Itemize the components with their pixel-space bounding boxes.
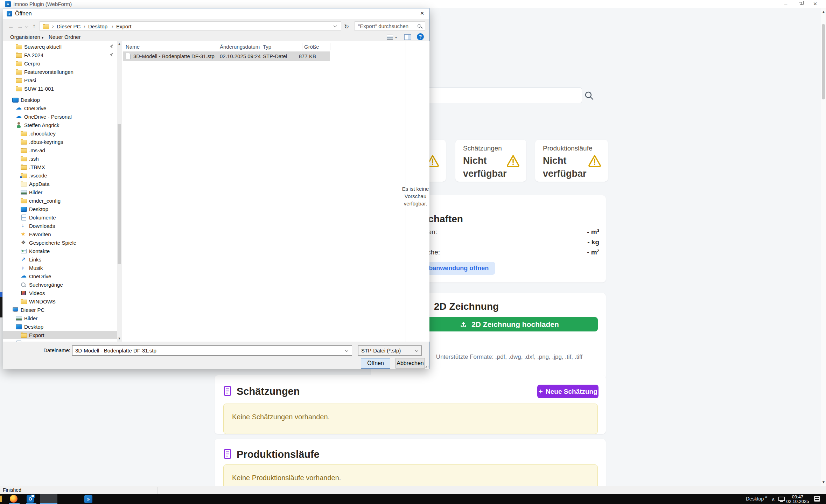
close-button[interactable]: ×	[809, 0, 821, 8]
tree-item-appdata[interactable]: AppData	[3, 180, 117, 188]
breadcrumb-chevron: ›	[108, 23, 117, 29]
breadcrumb-item[interactable]: Desktop	[88, 23, 107, 29]
back-icon[interactable]: ←	[8, 23, 14, 30]
tree-item-musik[interactable]: Musik	[3, 264, 117, 272]
tree-item-tbmx[interactable]: .TBMX	[3, 163, 117, 171]
tree-item-videos[interactable]: Videos	[3, 289, 117, 297]
tree-item-onedrive[interactable]: OneDrive	[3, 104, 117, 112]
address-dropdown-chevron-icon[interactable]	[334, 24, 337, 28]
tree-item-vscode[interactable]: .vscode	[3, 171, 117, 180]
tree-item-label: WINDOWS	[29, 299, 56, 304]
page-scrollbar-thumb[interactable]	[822, 24, 825, 99]
tree-item-downloads[interactable]: Downloads	[3, 222, 117, 230]
tree-item-label: Favoriten	[29, 231, 51, 237]
upload-2d-drawing-button[interactable]: 2D Zeichnung hochladen	[421, 317, 598, 331]
tree-item-bilder[interactable]: Bilder	[3, 314, 117, 322]
column-header-größe[interactable]: Größe	[304, 44, 319, 50]
breadcrumb-item[interactable]: Export	[116, 23, 131, 29]
filetype-dropdown-chevron-icon	[415, 349, 419, 352]
scroll-up-arrow[interactable]: ▲	[821, 10, 826, 14]
tree-item-suchvorgänge[interactable]: Suchvorgänge	[3, 280, 117, 289]
imnoo-taskbar-icon: »	[84, 495, 92, 503]
breadcrumb-item[interactable]: Dieser PC	[57, 23, 80, 29]
tree-item-fa-2024[interactable]: FA 2024	[3, 51, 117, 59]
search-field[interactable]: "Export" durchsuchen	[355, 21, 425, 31]
restore-button[interactable]	[794, 0, 806, 8]
filename-input[interactable]: 3D-Modell - Bodenplatte DF-31.stp	[72, 345, 352, 356]
tree-item-desktop[interactable]: Desktop	[3, 322, 117, 331]
organize-menu[interactable]: Organisieren ▾	[10, 34, 43, 40]
column-separator[interactable]	[330, 43, 330, 50]
dialog-close-button[interactable]: ×	[415, 8, 429, 19]
cancel-button[interactable]: Abbrechen	[396, 358, 425, 369]
desktop-toolbar[interactable]: Desktop	[746, 496, 764, 502]
tree-item-export[interactable]: Export	[3, 331, 117, 339]
file-row-3d-modell-bodenplatte-df-31-stp[interactable]: 3D-Modell - Bodenplatte DF-31.stp02.10.2…	[123, 51, 330, 61]
up-icon[interactable]: ↑	[33, 23, 36, 30]
tree-item-gespeicherte-spiele[interactable]: Gespeicherte Spiele	[3, 238, 117, 247]
help-icon[interactable]: ?	[417, 33, 424, 40]
game-icon	[21, 240, 27, 245]
tree-item-steffen-angrick[interactable]: Steffen Angrick	[3, 121, 117, 129]
clock[interactable]: 09:47 02.10.2025	[786, 495, 809, 504]
column-header-änderungsdatum[interactable]: Änderungsdatum	[220, 44, 260, 50]
tree-item-cmder-config[interactable]: cmder_config	[3, 196, 117, 205]
column-header-typ[interactable]: Typ	[263, 44, 271, 50]
column-separator[interactable]	[261, 43, 261, 50]
filetype-select[interactable]: STP-Datei (*.stp)	[358, 345, 422, 356]
outlook-icon[interactable]: O	[27, 495, 34, 503]
toolbar-overflow-icon[interactable]: »	[765, 494, 768, 499]
network-icon[interactable]	[778, 497, 785, 501]
view-dropdown-icon[interactable]: ▾	[395, 35, 397, 39]
tree-item-featurevorstellungen[interactable]: Featurevorstellungen	[3, 68, 117, 76]
tree-item-windows[interactable]: WINDOWS	[3, 297, 117, 306]
new-folder-button[interactable]: Neuer Ordner	[49, 34, 81, 40]
folder-icon	[16, 61, 22, 66]
tree-item-suwareq-aktuell[interactable]: Suwareq aktuell	[3, 42, 117, 51]
tree-item-desktop[interactable]: Desktop	[3, 96, 117, 104]
tree-scrollbar-thumb[interactable]	[118, 124, 121, 264]
partial-app-icon[interactable]	[0, 496, 2, 502]
tree-item-ms-ad[interactable]: .ms-ad	[3, 146, 117, 154]
firefox-icon[interactable]	[10, 495, 18, 503]
column-separator[interactable]	[218, 43, 218, 50]
tree-item-favoriten[interactable]: Favoriten	[3, 230, 117, 238]
refresh-icon[interactable]: ↻	[344, 23, 349, 30]
folder-icon	[21, 299, 27, 304]
tree-item-desktop[interactable]: Desktop	[3, 205, 117, 213]
folder-icon	[16, 86, 22, 91]
tree-item-cerpro[interactable]: Cerpro	[3, 59, 117, 68]
tree-item-dokumente[interactable]: Dokumente	[3, 339, 117, 342]
notification-center-icon[interactable]	[814, 496, 820, 502]
forward-icon[interactable]: →	[17, 23, 23, 30]
scroll-down-arrow[interactable]: ▼	[821, 480, 826, 484]
tree-item-dieser-pc[interactable]: Dieser PC	[3, 306, 117, 314]
resize-grip[interactable]	[425, 364, 429, 369]
preview-pane-icon[interactable]	[404, 34, 411, 40]
tree-item-onedrive-personal[interactable]: OneDrive - Personal	[3, 112, 117, 121]
address-bar[interactable]: › Dieser PC › Desktop › Export	[40, 21, 341, 31]
filename-dropdown-chevron-icon[interactable]	[345, 349, 349, 352]
tree-item-ssh[interactable]: .ssh	[3, 154, 117, 163]
tree-scroll-up-icon[interactable]: ▲	[117, 42, 121, 46]
new-estimate-button[interactable]: + Neue Schätzung	[537, 385, 598, 398]
hidden-icons-chevron[interactable]: ∧	[771, 496, 775, 502]
tree-scroll-down-icon[interactable]: ▼	[117, 337, 121, 340]
minimize-button[interactable]: –	[780, 0, 792, 8]
column-separator[interactable]	[302, 43, 302, 50]
tree-item-onedrive[interactable]: OneDrive	[3, 272, 117, 280]
tree-item-bilder[interactable]: Bilder	[3, 188, 117, 196]
open-button[interactable]: Öffnen	[361, 358, 390, 369]
tree-item-kontakte[interactable]: Kontakte	[3, 247, 117, 255]
imnoo-taskbar-active[interactable]: »	[40, 494, 57, 504]
column-header-name[interactable]: Name	[126, 44, 140, 50]
search-icon[interactable]	[583, 90, 595, 101]
tree-item-dokumente[interactable]: Dokumente	[3, 213, 117, 222]
tree-item-chocolatey[interactable]: .chocolatey	[3, 129, 117, 138]
view-mode-icon[interactable]	[387, 35, 393, 40]
tree-item-suw-11-001[interactable]: SUW 11-001	[3, 84, 117, 93]
recent-locations-chevron-icon[interactable]	[25, 24, 29, 28]
tree-item-dbus-keyrings[interactable]: .dbus-keyrings	[3, 138, 117, 146]
tree-item-links[interactable]: Links	[3, 255, 117, 264]
tree-item-präsi[interactable]: Präsi	[3, 76, 117, 84]
